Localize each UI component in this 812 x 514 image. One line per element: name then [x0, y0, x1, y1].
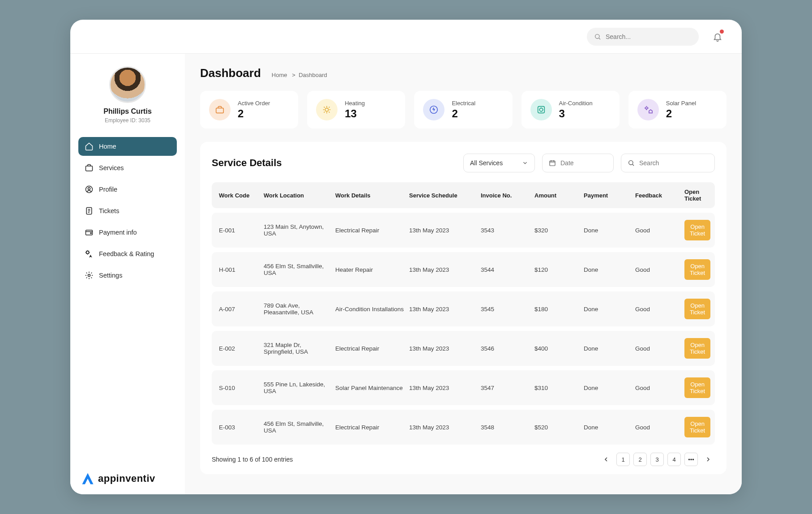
breadcrumb-current: Dashboard — [299, 72, 327, 78]
cell-payment: Done — [584, 345, 631, 352]
sidebar-item-tickets[interactable]: Tickets — [78, 201, 177, 220]
table-row: E-002321 Maple Dr, Springfield, USAElect… — [212, 331, 715, 366]
sidebar-item-services[interactable]: Services — [78, 158, 177, 177]
svg-point-15 — [430, 106, 438, 114]
col-service-schedule: Service Schedule — [409, 192, 476, 199]
notifications-button[interactable] — [711, 30, 724, 43]
cell-work-details: Electrical Repair — [335, 345, 405, 352]
breadcrumb-home[interactable]: Home — [272, 72, 287, 78]
svg-rect-13 — [216, 108, 224, 113]
service-filter-select[interactable]: All Services — [463, 154, 535, 172]
open-ticket-button[interactable]: Open Ticket — [684, 220, 710, 240]
stat-label: Solar Panel — [666, 100, 696, 107]
table-row: A-007789 Oak Ave, Pleasantville, USAAir-… — [212, 291, 715, 326]
date-input[interactable] — [560, 159, 607, 167]
global-search-input[interactable] — [606, 33, 692, 40]
cell-work-code: A-007 — [219, 306, 259, 313]
stat-card[interactable]: Active Order2 — [200, 91, 298, 128]
sidebar-item-feedback[interactable]: Feedback & Rating — [78, 244, 177, 263]
cell-service-schedule: 13th May 2023 — [409, 306, 476, 313]
panel-footer: Showing 1 to 6 of 100 entries 1234••• — [212, 453, 715, 466]
page-number[interactable]: 2 — [633, 453, 647, 466]
open-ticket-button[interactable]: Open Ticket — [684, 338, 710, 359]
cell-amount: $120 — [534, 266, 579, 273]
page-prev[interactable] — [599, 453, 613, 466]
page-number[interactable]: 4 — [667, 453, 681, 466]
document-icon — [85, 206, 94, 215]
page-number[interactable]: 3 — [650, 453, 664, 466]
global-search[interactable] — [587, 28, 699, 46]
cell-payment: Done — [584, 385, 631, 391]
user-name: Phillips Curtis — [78, 107, 177, 116]
sidebar-item-home[interactable]: Home — [78, 137, 177, 156]
page-number[interactable]: 1 — [616, 453, 630, 466]
table-row: S-010555 Pine Ln, Lakeside, USASolar Pan… — [212, 370, 715, 405]
open-ticket-button[interactable]: Open Ticket — [684, 377, 710, 398]
avatar[interactable] — [109, 66, 146, 103]
sun-icon — [316, 99, 338, 120]
stat-label: Electrical — [452, 100, 475, 107]
table-row: H-001456 Elm St, Smallville, USAHeater R… — [212, 252, 715, 287]
svg-point-0 — [595, 34, 599, 38]
table-row: E-003456 Elm St, Smallville, USAElectric… — [212, 410, 715, 445]
cell-work-details: Electrical Repair — [335, 227, 405, 234]
cell-work-details: Solar Panel Maintenance — [335, 385, 405, 391]
sidebar-item-label: Settings — [99, 272, 122, 279]
sidebar-item-payment[interactable]: Payment info — [78, 223, 177, 242]
cell-work-location: 555 Pine Ln, Lakeside, USA — [264, 381, 331, 394]
cell-feedback: Good — [635, 385, 680, 391]
open-ticket-button[interactable]: Open Ticket — [684, 417, 710, 437]
briefcase-icon — [209, 99, 231, 120]
chevron-down-icon — [522, 160, 528, 166]
stat-label: Air-Condition — [559, 100, 593, 107]
filter-value: All Services — [470, 159, 503, 167]
svg-point-10 — [90, 232, 92, 234]
stat-card[interactable]: Solar Panel2 — [628, 91, 727, 128]
calendar-icon — [549, 159, 556, 167]
panel-controls: All Services — [463, 154, 715, 172]
col-work-code: Work Code — [219, 192, 259, 199]
cell-work-code: H-001 — [219, 266, 259, 273]
user-icon — [85, 185, 94, 194]
panel-header: Service Details All Services — [212, 154, 715, 172]
cell-invoice-no: 3547 — [481, 385, 530, 391]
svg-point-18 — [645, 107, 648, 109]
svg-line-1 — [599, 38, 600, 39]
cell-work-code: E-003 — [219, 424, 259, 431]
stat-card[interactable]: Heating13 — [307, 91, 405, 128]
cell-amount: $310 — [534, 385, 579, 391]
brand-logo: appinventiv — [78, 467, 177, 485]
stat-card[interactable]: Electrical2 — [414, 91, 512, 128]
page-next[interactable] — [701, 453, 715, 466]
svg-point-17 — [539, 108, 543, 111]
table-search-input[interactable] — [639, 159, 708, 167]
stat-cards: Active Order2Heating13Electrical2Air-Con… — [200, 91, 727, 128]
open-ticket-button[interactable]: Open Ticket — [684, 259, 710, 280]
sidebar-item-label: Tickets — [99, 207, 119, 214]
open-ticket-button[interactable]: Open Ticket — [684, 299, 710, 319]
sidebar-item-profile[interactable]: Profile — [78, 180, 177, 199]
panel-title: Service Details — [212, 157, 282, 169]
cell-feedback: Good — [635, 306, 680, 313]
col-amount: Amount — [534, 192, 579, 199]
cell-feedback: Good — [635, 266, 680, 273]
stat-value: 3 — [559, 107, 593, 120]
svg-point-12 — [88, 274, 90, 277]
main-content: Dashboard Home > Dashboard Active Order2… — [185, 54, 742, 494]
svg-rect-2 — [86, 166, 93, 171]
sidebar-item-label: Services — [99, 164, 124, 171]
star-gear-icon — [85, 249, 94, 258]
col-feedback: Feedback — [635, 192, 680, 199]
sidebar-item-settings[interactable]: Settings — [78, 266, 177, 285]
cell-service-schedule: 13th May 2023 — [409, 424, 476, 431]
date-picker[interactable] — [542, 154, 614, 172]
cell-feedback: Good — [635, 345, 680, 352]
stat-value: 2 — [452, 107, 475, 120]
svg-point-11 — [86, 251, 89, 254]
cell-amount: $520 — [534, 424, 579, 431]
svg-point-14 — [325, 108, 329, 111]
stat-card[interactable]: Air-Condition3 — [521, 91, 620, 128]
page-more[interactable]: ••• — [684, 453, 698, 466]
cell-amount: $180 — [534, 306, 579, 313]
table-search[interactable] — [621, 154, 715, 172]
